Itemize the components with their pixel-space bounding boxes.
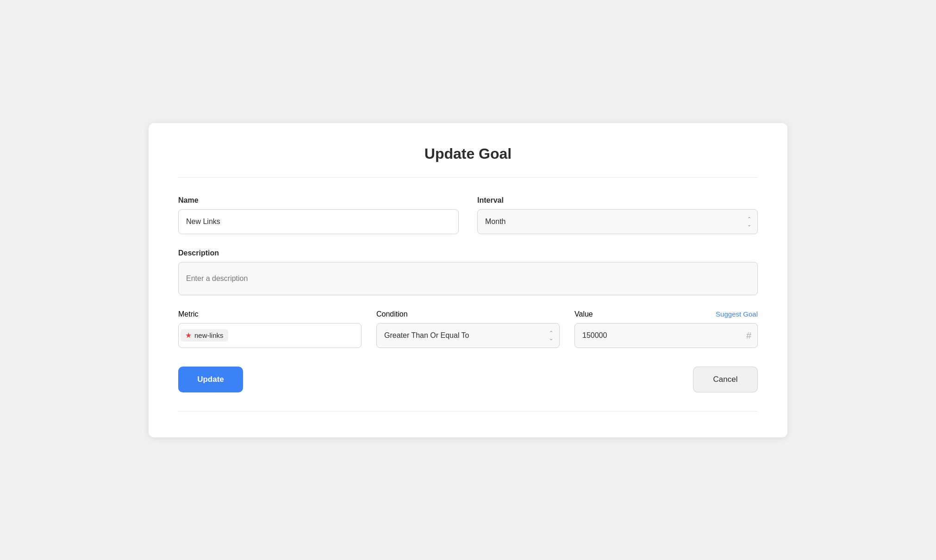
value-input[interactable] (574, 323, 758, 348)
description-label: Description (178, 249, 758, 257)
metric-label: Metric (178, 310, 362, 318)
condition-select-wrapper: Greater Than Or Equal To Less Than Or Eq… (376, 323, 560, 348)
metric-group: Metric ★ new-links (178, 310, 362, 348)
metric-star-icon: ★ (185, 331, 192, 340)
value-label-row: Value Suggest Goal (574, 310, 758, 318)
cancel-button[interactable]: Cancel (693, 367, 758, 392)
interval-select-wrapper: Day Week Month Quarter Year ⌃ ⌄ (477, 209, 758, 234)
metric-tag: ★ new-links (181, 329, 228, 342)
name-label: Name (178, 196, 459, 205)
condition-group: Condition Greater Than Or Equal To Less … (376, 310, 560, 348)
condition-select[interactable]: Greater Than Or Equal To Less Than Or Eq… (376, 323, 560, 348)
name-input[interactable] (178, 209, 459, 234)
modal-title: Update Goal (178, 145, 758, 178)
interval-label: Interval (477, 196, 758, 205)
suggest-goal-link[interactable]: Suggest Goal (716, 310, 758, 318)
condition-label: Condition (376, 310, 560, 318)
update-button[interactable]: Update (178, 367, 243, 392)
metric-condition-value-row: Metric ★ new-links Condition Greater Tha… (178, 310, 758, 348)
name-interval-row: Name Interval Day Week Month Quarter Yea… (178, 196, 758, 234)
bottom-divider (178, 411, 758, 411)
name-group: Name (178, 196, 459, 234)
interval-select[interactable]: Day Week Month Quarter Year (477, 209, 758, 234)
value-input-wrapper: # (574, 323, 758, 348)
description-group: Description (178, 249, 758, 295)
metric-tag-text: new-links (194, 331, 224, 339)
button-row: Update Cancel (178, 367, 758, 392)
value-group: Value Suggest Goal # (574, 310, 758, 348)
value-label: Value (574, 310, 593, 318)
interval-group: Interval Day Week Month Quarter Year ⌃ ⌄ (477, 196, 758, 234)
metric-input-wrapper[interactable]: ★ new-links (178, 323, 362, 348)
modal-container: Update Goal Name Interval Day Week Month… (149, 123, 787, 437)
metric-section: Metric ★ new-links Condition Greater Tha… (178, 310, 758, 348)
description-input[interactable] (178, 262, 758, 295)
